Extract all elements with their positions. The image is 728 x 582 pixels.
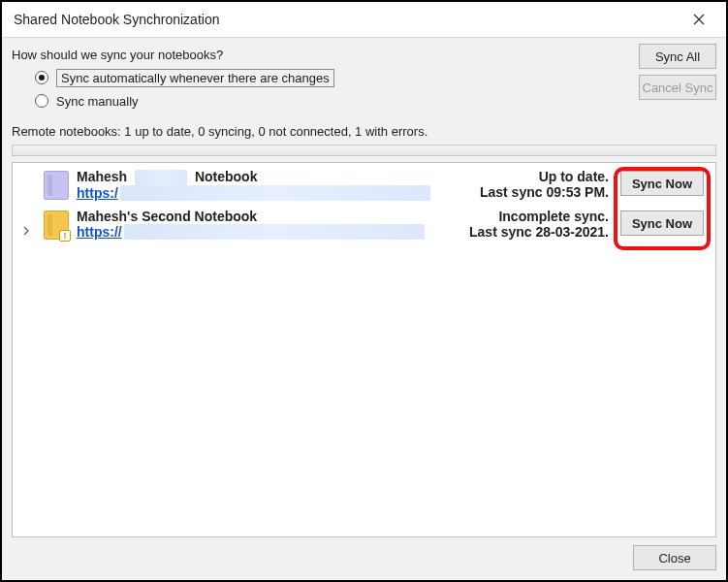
notebook-title-suffix: Notebook <box>195 169 258 184</box>
sync-button-column: Sync Now <box>620 209 706 236</box>
notebook-url-link[interactable]: https:// <box>77 224 122 240</box>
radio-manual-row[interactable]: Sync manually <box>35 89 631 113</box>
notebook-row: Mahesh Notebook https:/ Up to date. Last… <box>13 163 715 203</box>
notebook-info: Mahesh's Second Notebook https:// <box>77 209 440 240</box>
notebook-status-secondary: Last sync 28-03-2021. <box>448 224 609 240</box>
sync-now-button[interactable]: Sync Now <box>620 171 704 196</box>
expander-placeholder <box>22 169 36 186</box>
notebook-status-secondary: Last sync 09:53 PM. <box>448 184 609 200</box>
dialog-footer: Close <box>12 537 716 570</box>
redacted-text <box>135 170 187 185</box>
notebook-title: Mahesh Notebook <box>77 169 440 185</box>
close-dialog-button[interactable]: Close <box>633 545 716 570</box>
close-button[interactable] <box>681 8 716 31</box>
notebook-status-primary: Up to date. <box>448 169 609 184</box>
sync-now-button[interactable]: Sync Now <box>620 210 704 236</box>
notebook-icon: ! <box>44 210 69 240</box>
redacted-url <box>120 185 430 201</box>
warning-badge-icon: ! <box>59 230 71 242</box>
radio-auto[interactable] <box>35 71 48 84</box>
notebook-status-primary: Incomplete sync. <box>448 209 609 224</box>
sync-mode-radio-group: Sync automatically whenever there are ch… <box>12 62 631 116</box>
notebook-title: Mahesh's Second Notebook <box>77 209 440 224</box>
close-icon <box>693 14 705 25</box>
titlebar: Shared Notebook Synchronization <box>2 2 726 37</box>
top-right-buttons: Sync All Cancel Sync <box>639 44 716 100</box>
progress-bar-placeholder <box>12 145 716 156</box>
notebook-status: Up to date. Last sync 09:53 PM. <box>448 169 613 200</box>
redacted-url <box>124 224 425 240</box>
radio-auto-row[interactable]: Sync automatically whenever there are ch… <box>35 66 631 89</box>
sync-button-column: Sync Now <box>620 169 706 196</box>
notebook-url-link[interactable]: https:/ <box>77 185 118 201</box>
cancel-sync-button: Cancel Sync <box>639 75 716 100</box>
notebook-title-prefix: Mahesh <box>77 169 127 184</box>
notebook-row: ! Mahesh's Second Notebook https:// Inco… <box>13 203 715 242</box>
top-row: How should we sync your notebooks? Sync … <box>12 44 716 120</box>
chevron-right-icon <box>22 226 30 236</box>
notebook-status: Incomplete sync. Last sync 28-03-2021. <box>448 209 613 240</box>
window-title: Shared Notebook Synchronization <box>14 12 219 27</box>
sync-question-block: How should we sync your notebooks? Sync … <box>12 44 631 120</box>
notebook-link-line: https:/ <box>77 185 440 201</box>
notebook-link-line: https:// <box>77 224 440 240</box>
radio-auto-label: Sync automatically whenever there are ch… <box>56 69 334 87</box>
radio-manual-label: Sync manually <box>56 94 139 109</box>
remote-status-line: Remote notebooks: 1 up to date, 0 syncin… <box>12 120 716 145</box>
notebook-list: Mahesh Notebook https:/ Up to date. Last… <box>12 162 716 537</box>
dialog-content: How should we sync your notebooks? Sync … <box>2 37 726 580</box>
notebook-icon <box>44 171 69 200</box>
expander-toggle[interactable] <box>22 209 36 238</box>
sync-all-button[interactable]: Sync All <box>639 44 716 69</box>
notebook-title-prefix: Mahesh's Second Notebook <box>77 209 257 224</box>
sync-question-text: How should we sync your notebooks? <box>12 48 631 62</box>
radio-manual[interactable] <box>35 94 48 108</box>
notebook-info: Mahesh Notebook https:/ <box>77 169 440 201</box>
